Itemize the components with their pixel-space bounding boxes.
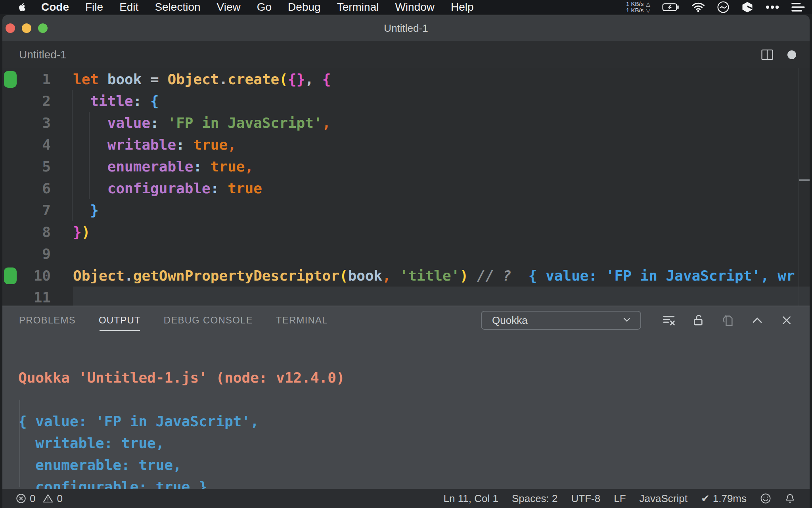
code-text: value: 'FP in JavaScript', — [73, 115, 331, 131]
bottom-panel: PROBLEMSOUTPUTDEBUG CONSOLETERMINAL Quok… — [2, 306, 810, 489]
menu-debug[interactable]: Debug — [288, 1, 321, 13]
panel-tab-terminal[interactable]: TERMINAL — [276, 315, 328, 326]
code-text: writable: true, — [73, 137, 236, 153]
code-text: let book = Object.create({}, { — [73, 71, 331, 87]
code-token: configurable — [107, 180, 211, 196]
code-token — [73, 202, 90, 218]
code-token: 'title' — [400, 267, 460, 284]
code-line: 2 title: { — [2, 90, 810, 112]
code-token: , — [305, 71, 314, 87]
code-line: 10Object.getOwnPropertyDescriptor(book, … — [2, 265, 810, 287]
status-1-79ms[interactable]: ✔1.79ms — [701, 493, 747, 505]
panel-tab-problems[interactable]: PROBLEMS — [19, 315, 76, 326]
code-line: 8}) — [2, 221, 810, 243]
error-count: 0 — [30, 493, 35, 505]
code-token — [314, 71, 322, 87]
current-line-highlight — [73, 287, 810, 306]
status-ln-11-col-1[interactable]: Ln 11, Col 1 — [444, 493, 498, 505]
menu-view[interactable]: View — [217, 1, 241, 13]
status-item-label: Ln 11, Col 1 — [444, 493, 498, 505]
output-channel-select[interactable]: Quokka — [481, 311, 641, 330]
menu-go[interactable]: Go — [257, 1, 272, 13]
error-circle-icon — [16, 493, 26, 504]
editor-gutter: 3 — [2, 112, 73, 134]
activity-circle-icon[interactable] — [717, 1, 730, 13]
code-token — [391, 267, 400, 284]
unsaved-changes-dot[interactable] — [787, 50, 796, 59]
open-log-file-icon[interactable] — [721, 314, 734, 327]
code-token — [219, 180, 228, 196]
code-token — [159, 115, 168, 131]
code-token: create — [228, 71, 279, 87]
code-token: ( — [339, 267, 348, 284]
code-line: 3 value: 'FP in JavaScript', — [2, 112, 810, 134]
code-token — [468, 267, 477, 284]
split-editor-icon[interactable] — [760, 48, 774, 62]
tab-untitled-1[interactable]: Untitled-1 — [19, 48, 67, 61]
smiley-icon[interactable] — [760, 493, 771, 504]
output-line: configurable: true } — [2, 476, 810, 489]
code-token — [511, 267, 528, 284]
problems-status[interactable]: 0 0 — [16, 493, 63, 505]
status-item-label: LF — [614, 493, 626, 505]
code-line: 7 } — [2, 199, 810, 221]
wifi-icon[interactable] — [691, 2, 705, 12]
status-utf-8[interactable]: UTF-8 — [571, 493, 601, 505]
code-token — [185, 137, 193, 153]
status-lf[interactable]: LF — [614, 493, 626, 505]
line-number: 9 — [42, 246, 51, 262]
code-token: : — [133, 93, 142, 109]
output-token: { value: 'FP in JavaScript', — [18, 413, 259, 429]
code-token: true — [193, 137, 228, 153]
battery-charging-icon[interactable] — [662, 2, 680, 12]
code-token: writable — [107, 137, 176, 153]
panel-tab-debug-console[interactable]: DEBUG CONSOLE — [164, 315, 253, 326]
clear-output-icon[interactable] — [662, 314, 676, 327]
menu-window[interactable]: Window — [395, 1, 435, 13]
output-token: writable: true, — [18, 435, 164, 451]
code-token: enumerable — [107, 158, 193, 175]
code-token: ( — [279, 71, 288, 87]
code-token: : — [176, 137, 185, 153]
code-line: 4 writable: true, — [2, 134, 810, 156]
menu-file[interactable]: File — [85, 1, 103, 13]
line-number: 7 — [42, 202, 51, 218]
code-token: title — [90, 93, 133, 109]
unlock-icon[interactable] — [692, 314, 705, 327]
menu-code[interactable]: Code — [41, 1, 69, 13]
window-title-bar[interactable]: Untitled-1 — [2, 15, 810, 41]
list-menu-icon[interactable] — [791, 2, 805, 12]
code-token: ) — [82, 224, 90, 240]
menu-selection[interactable]: Selection — [155, 1, 200, 13]
code-text: }) — [73, 224, 90, 240]
code-token — [202, 158, 211, 175]
network-speed-indicator[interactable]: 1 KB/s△ 1 KB/s▽ — [626, 1, 650, 13]
menu-terminal[interactable]: Terminal — [337, 1, 379, 13]
code-token — [73, 93, 90, 109]
code-editor[interactable]: 1let book = Object.create({}, {2 title: … — [2, 68, 810, 306]
close-panel-icon[interactable] — [780, 314, 793, 327]
app-menus: CodeFileEditSelectionViewGoDebugTerminal… — [41, 1, 474, 13]
bell-icon[interactable] — [785, 493, 795, 504]
code-token: true — [228, 180, 262, 196]
status-spaces-2[interactable]: Spaces: 2 — [512, 493, 558, 505]
editor-gutter: 2 — [2, 90, 73, 112]
status-bar: 0 0 Ln 11, Col 1Spaces: 2UTF-8LFJavaScri… — [2, 489, 810, 508]
maximize-panel-icon[interactable] — [751, 314, 764, 327]
package-icon[interactable] — [741, 1, 753, 13]
code-token: : — [211, 180, 219, 196]
status-javascript[interactable]: JavaScript — [640, 493, 688, 505]
net-up-label: 1 KB/s — [626, 1, 643, 7]
code-token — [73, 180, 107, 196]
overflow-dots-icon[interactable] — [765, 5, 779, 10]
vscode-window: Untitled-1 Untitled-1 1let book = Object… — [2, 15, 810, 508]
output-token: enumerable: true, — [18, 457, 182, 473]
apple-logo-icon[interactable] — [17, 2, 27, 13]
menu-help[interactable]: Help — [451, 1, 474, 13]
panel-tab-output[interactable]: OUTPUT — [99, 315, 141, 326]
code-token: } — [90, 202, 99, 218]
code-token: value — [107, 115, 150, 131]
output-console[interactable]: Quokka 'Untitled-1.js' (node: v12.4.0){ … — [2, 334, 810, 489]
menu-edit[interactable]: Edit — [119, 1, 138, 13]
code-token: : — [150, 115, 159, 131]
